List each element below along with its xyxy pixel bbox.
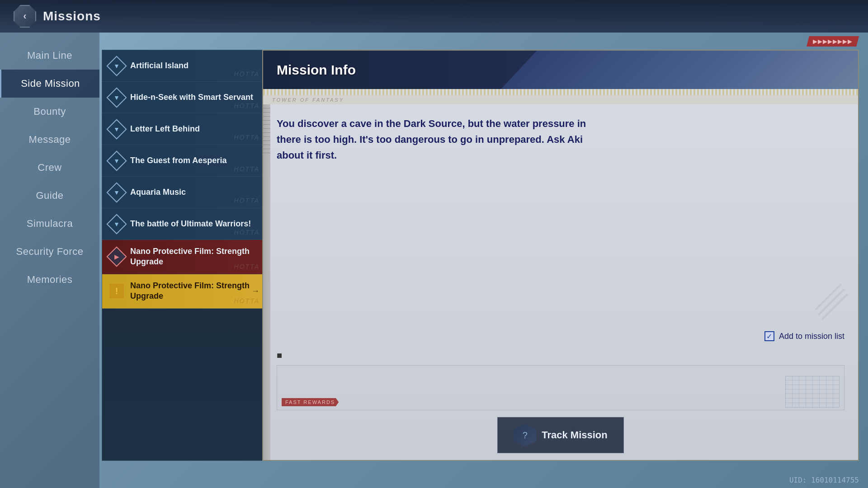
chevron-icon: ▼ <box>106 214 127 234</box>
sidebar-item-simulacra[interactable]: Simulacra <box>0 210 99 238</box>
list-item[interactable]: ▼ Hide-n-Seek with Smart Servant HOTTA <box>102 82 264 113</box>
list-item[interactable]: ▼ The Guest from Aesperia HOTTA <box>102 145 264 177</box>
fast-reward-label: FAST REWARDS <box>282 398 339 406</box>
exclamation-icon: ! <box>109 284 124 298</box>
chevron-icon: ▼ <box>106 119 127 139</box>
sidebar-item-main-line[interactable]: Main Line <box>0 42 99 70</box>
mission-name: The Guest from Aesperia <box>130 155 226 166</box>
add-to-list-checkbox[interactable]: ✓ <box>764 331 774 341</box>
mission-name: Aquaria Music <box>130 187 186 197</box>
mission-reward-area: FAST REWARDS <box>277 365 844 410</box>
mission-body: You discover a cave in the Dark Source, … <box>263 104 858 331</box>
sidebar-item-message[interactable]: Message <box>0 126 99 154</box>
track-mission-label: Track Mission <box>542 429 608 441</box>
watermark-text: TOWER OF FANTASY <box>272 97 344 103</box>
track-icon: ? <box>514 424 536 446</box>
sidebar-item-crew[interactable]: Crew <box>0 154 99 182</box>
top-right-decoration: ▶▶▶▶▶▶▶▶ <box>807 36 859 47</box>
track-mission-button[interactable]: ? Track Mission <box>497 417 624 453</box>
mission-info-header: Mission Info <box>263 51 858 89</box>
mission-name: Hide-n-Seek with Smart Servant <box>130 92 253 103</box>
mission-info-panel: Mission Info TOWER OF FANTASY You discov… <box>262 50 859 461</box>
watermark-strip: TOWER OF FANTASY <box>263 95 858 104</box>
list-item[interactable]: ▼ Letter Left Behind HOTTA <box>102 113 264 145</box>
list-item-active-red[interactable]: ▶ Nano Protective Film: Strength Upgrade… <box>102 240 264 274</box>
arrow-icon: → <box>251 286 259 296</box>
chevron-icon: ▼ <box>106 56 127 76</box>
left-nav: Main Line Side Mission Bounty Message Cr… <box>0 33 99 488</box>
bullet-point: ■ <box>263 348 858 363</box>
mission-name: Letter Left Behind <box>130 124 200 134</box>
mission-list-panel: ▼ Artificial Island HOTTA ▼ Hide-n-Seek … <box>102 50 264 461</box>
chevron-icon: ▼ <box>106 87 127 108</box>
back-button[interactable]: ‹ <box>14 5 36 28</box>
grid-decoration <box>785 376 840 408</box>
subbar-decoration <box>263 89 858 95</box>
chevron-icon: ▼ <box>106 150 127 171</box>
sidebar-item-bounty[interactable]: Bounty <box>0 98 99 126</box>
sidebar-item-security-force[interactable]: Security Force <box>0 238 99 266</box>
header-bg-decoration <box>501 51 858 89</box>
mission-info-title: Mission Info <box>277 62 356 78</box>
back-icon: ‹ <box>23 10 26 22</box>
list-item-active-gold[interactable]: ! Nano Protective Film: Strength Upgrade… <box>102 274 264 309</box>
sidebar-item-guide[interactable]: Guide <box>0 182 99 210</box>
header: ‹ Missions <box>0 0 868 33</box>
add-to-list-row: ✓ Add to mission list <box>263 331 858 348</box>
list-item[interactable]: ▼ Aquaria Music HOTTA <box>102 177 264 208</box>
sidebar-item-memories[interactable]: Memories <box>0 266 99 294</box>
chevron-icon: ▶ <box>106 247 127 267</box>
checkbox-check-icon: ✓ <box>766 332 772 341</box>
mission-name: The battle of Ultimate Warriors! <box>130 219 251 229</box>
mission-description: You discover a cave in the Dark Source, … <box>277 116 593 164</box>
page-title: Missions <box>43 9 101 23</box>
sidebar-item-side-mission[interactable]: Side Mission <box>0 70 99 98</box>
uid-watermark: UID: 16010114755 <box>789 476 859 484</box>
mission-name: Artificial Island <box>130 61 189 71</box>
list-item[interactable]: ▼ The battle of Ultimate Warriors! HOTTA <box>102 208 264 240</box>
list-item[interactable]: ▼ Artificial Island HOTTA <box>102 50 264 82</box>
chevron-icon: ▼ <box>106 182 127 202</box>
add-to-list-label: Add to mission list <box>779 332 844 341</box>
